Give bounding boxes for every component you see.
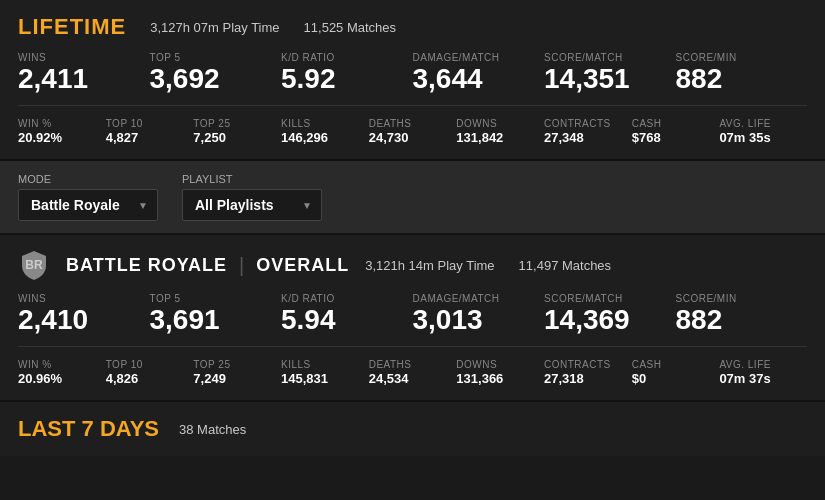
stat-block-small: Contracts 27,318: [544, 359, 632, 386]
stat-label-small: Downs: [456, 359, 536, 370]
playlist-filter-label: Playlist: [182, 173, 322, 185]
stat-label: K/D RATIO: [281, 52, 401, 63]
stat-label-small: Top 10: [106, 118, 186, 129]
lifetime-matches: 11,525 Matches: [304, 20, 397, 35]
stat-value: 5.94: [281, 306, 401, 334]
playlist-filter-group: Playlist All Playlists Solos Duos Trios …: [182, 173, 322, 221]
stat-label: DAMAGE/MATCH: [413, 293, 533, 304]
br-title-text: BATTLE ROYALE: [66, 255, 227, 276]
br-primary-stats: WINS 2,410 TOP 5 3,691 K/D RATIO 5.94 DA…: [18, 293, 807, 347]
stat-value-small: 24,730: [369, 130, 449, 145]
playlist-select[interactable]: All Playlists Solos Duos Trios Quads: [182, 189, 322, 221]
stat-label: TOP 5: [150, 293, 270, 304]
stat-value-small: 4,827: [106, 130, 186, 145]
battle-royale-section: BR BATTLE ROYALE | OVERALL 3,121h 14m Pl…: [0, 235, 825, 402]
stat-value-small: 07m 37s: [719, 371, 799, 386]
lifetime-title: LIFETIME: [18, 14, 126, 40]
stat-block: K/D RATIO 5.92: [281, 52, 413, 93]
br-title-group: BATTLE ROYALE | OVERALL: [66, 254, 349, 277]
stat-label: TOP 5: [150, 52, 270, 63]
stat-block: DAMAGE/MATCH 3,644: [413, 52, 545, 93]
stat-block-small: Top 10 4,827: [106, 118, 194, 145]
last7-section: LAST 7 DAYS 38 Matches: [0, 402, 825, 456]
stat-label-small: Avg. Life: [719, 359, 799, 370]
stat-block-small: Avg. Life 07m 35s: [719, 118, 807, 145]
playlist-select-wrapper: All Playlists Solos Duos Trios Quads: [182, 189, 322, 221]
stat-block-small: Contracts 27,348: [544, 118, 632, 145]
stat-value-small: 24,534: [369, 371, 449, 386]
last7-header: LAST 7 DAYS 38 Matches: [18, 416, 807, 442]
stat-value-small: 145,831: [281, 371, 361, 386]
stat-block: K/D RATIO 5.94: [281, 293, 413, 334]
stat-block-small: Downs 131,366: [456, 359, 544, 386]
svg-text:BR: BR: [25, 258, 43, 272]
stat-value-small: 4,826: [106, 371, 186, 386]
lifetime-meta: 3,127h 07m Play Time 11,525 Matches: [150, 20, 396, 35]
stat-label-small: Win %: [18, 118, 98, 129]
stat-value: 882: [676, 65, 796, 93]
br-secondary-stats: Win % 20.96% Top 10 4,826 Top 25 7,249 K…: [18, 359, 807, 386]
stat-label: SCORE/MATCH: [544, 52, 664, 63]
stat-label-small: Contracts: [544, 118, 624, 129]
stat-label: K/D RATIO: [281, 293, 401, 304]
stat-value: 2,410: [18, 306, 138, 334]
stat-label: DAMAGE/MATCH: [413, 52, 533, 63]
stat-block: TOP 5 3,692: [150, 52, 282, 93]
stat-block: TOP 5 3,691: [150, 293, 282, 334]
stat-value: 3,013: [413, 306, 533, 334]
stat-value: 3,691: [150, 306, 270, 334]
lifetime-playtime: 3,127h 07m Play Time: [150, 20, 279, 35]
stat-block-small: Cash $0: [632, 359, 720, 386]
br-meta: 3,121h 14m Play Time 11,497 Matches: [365, 258, 611, 273]
stat-block-small: Downs 131,842: [456, 118, 544, 145]
stat-label-small: Downs: [456, 118, 536, 129]
stat-value: 14,351: [544, 65, 664, 93]
br-divider: |: [239, 254, 244, 277]
stat-block-small: Cash $768: [632, 118, 720, 145]
stat-label-small: Kills: [281, 118, 361, 129]
stat-block: DAMAGE/MATCH 3,013: [413, 293, 545, 334]
br-overall-text: OVERALL: [256, 255, 349, 276]
stat-label-small: Cash: [632, 359, 712, 370]
stat-value-small: 27,348: [544, 130, 624, 145]
lifetime-header: LIFETIME 3,127h 07m Play Time 11,525 Mat…: [18, 14, 807, 40]
stat-value-small: 27,318: [544, 371, 624, 386]
stat-block-small: Deaths 24,730: [369, 118, 457, 145]
stat-value-small: 7,250: [193, 130, 273, 145]
stat-value: 3,644: [413, 65, 533, 93]
stat-label-small: Top 25: [193, 359, 273, 370]
lifetime-section: LIFETIME 3,127h 07m Play Time 11,525 Mat…: [0, 0, 825, 161]
stat-block: SCORE/MIN 882: [676, 52, 808, 93]
stat-block-small: Avg. Life 07m 37s: [719, 359, 807, 386]
stat-value-small: 20.92%: [18, 130, 98, 145]
stat-block: SCORE/MATCH 14,369: [544, 293, 676, 334]
last7-matches: 38 Matches: [179, 422, 246, 437]
stat-label-small: Top 25: [193, 118, 273, 129]
stat-block: SCORE/MATCH 14,351: [544, 52, 676, 93]
br-matches: 11,497 Matches: [519, 258, 612, 273]
stat-block-small: Win % 20.96%: [18, 359, 106, 386]
stat-value: 14,369: [544, 306, 664, 334]
stat-block-small: Deaths 24,534: [369, 359, 457, 386]
mode-select[interactable]: Battle Royale Plunder Rebirth: [18, 189, 158, 221]
stat-value-small: 7,249: [193, 371, 273, 386]
filter-section: Mode Battle Royale Plunder Rebirth Playl…: [0, 161, 825, 235]
stat-block-small: Kills 145,831: [281, 359, 369, 386]
stat-block-small: Top 25 7,249: [193, 359, 281, 386]
stat-label-small: Contracts: [544, 359, 624, 370]
stat-label: WINS: [18, 52, 138, 63]
lifetime-secondary-stats: Win % 20.92% Top 10 4,827 Top 25 7,250 K…: [18, 118, 807, 145]
stat-value: 5.92: [281, 65, 401, 93]
stat-block-small: Top 10 4,826: [106, 359, 194, 386]
stat-block: SCORE/MIN 882: [676, 293, 808, 334]
stat-value: 3,692: [150, 65, 270, 93]
mode-filter-label: Mode: [18, 173, 158, 185]
stat-value-small: 131,366: [456, 371, 536, 386]
stat-block-small: Top 25 7,250: [193, 118, 281, 145]
stat-label: SCORE/MIN: [676, 52, 796, 63]
stat-label-small: Win %: [18, 359, 98, 370]
stat-block: WINS 2,411: [18, 52, 150, 93]
lifetime-primary-stats: WINS 2,411 TOP 5 3,692 K/D RATIO 5.92 DA…: [18, 52, 807, 106]
stat-label-small: Cash: [632, 118, 712, 129]
last7-title: LAST 7 DAYS: [18, 416, 159, 442]
